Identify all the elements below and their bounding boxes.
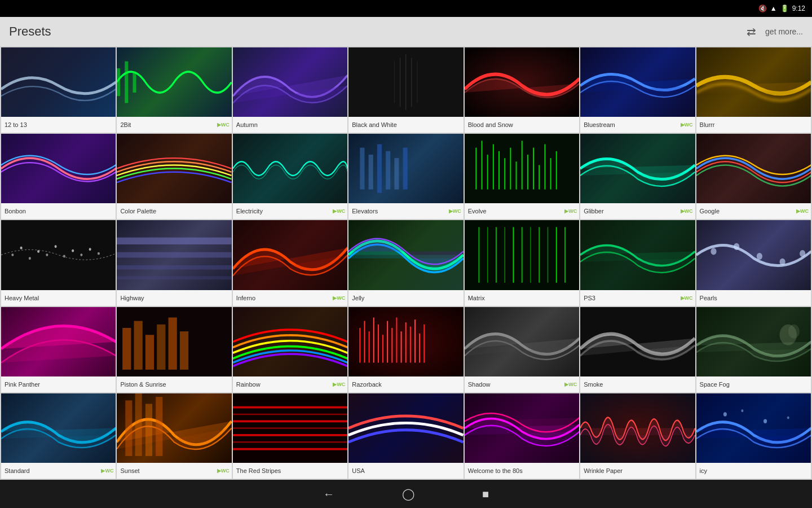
preset-label-usa: USA	[348, 463, 463, 479]
preset-item-electricity[interactable]: Electricity▶WC	[233, 134, 347, 219]
svg-rect-81	[145, 404, 152, 456]
preset-label-pinkpanther: Pink Panther	[1, 376, 116, 392]
preset-thumb-autumn	[233, 47, 347, 117]
svg-rect-80	[135, 393, 142, 456]
preset-thumb-matrix	[465, 220, 579, 290]
preset-item-redstripes[interactable]: The Red Stripes	[233, 393, 347, 479]
preset-item-ps3[interactable]: PS3▶WC	[580, 220, 695, 305]
svg-rect-1	[125, 62, 129, 103]
preset-item-80s[interactable]: Welcome to the 80s	[465, 393, 579, 479]
preset-thumb-12to13	[1, 47, 116, 117]
preset-item-bluestream[interactable]: Bluestream▶WC	[580, 47, 695, 133]
preset-label-redstripes: The Red Stripes	[233, 463, 347, 479]
preset-item-inferno[interactable]: Inferno▶WC	[233, 220, 347, 305]
preset-thumb-sunset	[117, 393, 231, 463]
home-button[interactable]: ◯	[402, 487, 414, 501]
preset-item-shadow[interactable]: Shadow▶WC	[465, 307, 579, 392]
preset-item-standard[interactable]: Standard▶WC	[1, 393, 116, 479]
preset-name-rainbow: Rainbow	[236, 381, 261, 388]
preset-thumb-electricity	[233, 134, 347, 203]
preset-item-google[interactable]: Google▶WC	[696, 134, 811, 219]
svg-point-36	[72, 249, 74, 252]
preset-label-google: Google▶WC	[696, 203, 811, 219]
preset-item-bandw[interactable]: Black and White	[348, 47, 463, 133]
svg-rect-13	[403, 148, 408, 190]
preset-thumb-ps3	[580, 220, 695, 290]
preset-badge-shadow: ▶WC	[564, 382, 577, 387]
preset-item-icy[interactable]: icy	[696, 393, 811, 479]
preset-badge-google: ▶WC	[796, 208, 809, 214]
preset-item-piston[interactable]: Piston & Sunrise	[117, 307, 231, 392]
mute-icon: 🔇	[758, 5, 767, 12]
preset-item-bonbon[interactable]: Bonbon	[1, 134, 116, 219]
svg-point-92	[764, 419, 767, 423]
get-more-button[interactable]: get more...	[765, 27, 803, 36]
preset-label-evolve: Evolve▶WC	[465, 203, 579, 219]
preset-label-inferno: Inferno▶WC	[233, 290, 347, 306]
preset-label-12to13: 12 to 13	[1, 117, 116, 133]
preset-thumb-evolve	[465, 134, 579, 203]
svg-rect-2	[133, 72, 136, 93]
wifi-icon: ▲	[770, 5, 777, 12]
preset-item-blurrr[interactable]: Blurrr	[696, 47, 811, 133]
preset-name-ps3: PS3	[584, 295, 595, 301]
preset-item-colorpalette[interactable]: Color Palette	[117, 134, 231, 219]
preset-item-spacefog[interactable]: Space Fog	[696, 307, 811, 392]
status-icons: 🔇 ▲ 🔋 9:12	[758, 5, 805, 12]
preset-name-pearls: Pearls	[700, 295, 717, 301]
preset-item-sunset[interactable]: Sunset▶WC	[117, 393, 231, 479]
svg-rect-79	[126, 400, 133, 456]
preset-thumb-razorback	[348, 307, 463, 376]
svg-rect-8	[360, 148, 365, 190]
preset-label-80s: Welcome to the 80s	[465, 463, 579, 479]
preset-name-12to13: 12 to 13	[5, 121, 27, 128]
preset-thumb-google	[696, 134, 811, 203]
preset-label-piston: Piston & Sunrise	[117, 376, 231, 392]
preset-name-highway: Highway	[120, 295, 144, 301]
preset-item-smoke[interactable]: Smoke	[580, 307, 695, 392]
preset-item-glibber[interactable]: Glibber▶WC	[580, 134, 695, 219]
svg-point-33	[46, 254, 48, 257]
svg-rect-0	[117, 68, 120, 96]
preset-thumb-standard	[1, 393, 116, 463]
preset-item-heavymetal[interactable]: Heavy Metal	[1, 220, 116, 305]
preset-item-evolve[interactable]: Evolve▶WC	[465, 134, 579, 219]
preset-name-80s: Welcome to the 80s	[468, 467, 523, 474]
preset-label-matrix: Matrix	[465, 290, 579, 306]
preset-item-highway[interactable]: Highway	[117, 220, 231, 305]
svg-point-29	[11, 254, 14, 257]
svg-point-91	[741, 409, 743, 412]
back-button[interactable]: ←	[323, 488, 334, 501]
preset-item-bloodsnow[interactable]: Blood and Snow	[465, 47, 579, 133]
preset-item-12to13[interactable]: 12 to 13	[1, 47, 116, 133]
preset-badge-elevators: ▶WC	[449, 208, 461, 214]
recents-button[interactable]: ■	[482, 488, 489, 501]
preset-thumb-pearls	[696, 220, 811, 290]
preset-item-pearls[interactable]: Pearls	[696, 220, 811, 305]
preset-name-sunset: Sunset	[120, 467, 139, 474]
preset-item-wrinkle[interactable]: Wrinkle Paper	[580, 393, 695, 479]
preset-name-colorpalette: Color Palette	[120, 208, 156, 214]
preset-badge-bluestream: ▶WC	[681, 122, 693, 128]
preset-item-jelly[interactable]: Jelly	[348, 220, 463, 305]
preset-item-razorback[interactable]: Razorback	[348, 307, 463, 392]
preset-item-usa[interactable]: USA	[348, 393, 463, 479]
preset-thumb-piston	[117, 307, 231, 376]
shuffle-button[interactable]: ⇄	[747, 25, 756, 38]
preset-name-bonbon: Bonbon	[5, 208, 26, 214]
svg-point-30	[20, 247, 23, 249]
preset-name-icy: icy	[700, 467, 707, 474]
preset-item-matrix[interactable]: Matrix	[465, 220, 579, 305]
preset-badge-electricity: ▶WC	[333, 208, 345, 214]
preset-label-glibber: Glibber▶WC	[580, 203, 695, 219]
svg-rect-10	[377, 144, 382, 193]
preset-item-elevators[interactable]: Elevators▶WC	[348, 134, 463, 219]
preset-name-2bit: 2Bit	[120, 121, 131, 128]
preset-item-rainbow[interactable]: Rainbow▶WC	[233, 307, 347, 392]
preset-item-pinkpanther[interactable]: Pink Panther	[1, 307, 116, 392]
preset-name-pinkpanther: Pink Panther	[5, 381, 40, 388]
preset-item-2bit[interactable]: 2Bit▶WC	[117, 47, 231, 133]
preset-item-autumn[interactable]: Autumn	[233, 47, 347, 133]
preset-label-pearls: Pearls	[696, 290, 811, 306]
preset-name-bloodsnow: Blood and Snow	[468, 121, 513, 128]
